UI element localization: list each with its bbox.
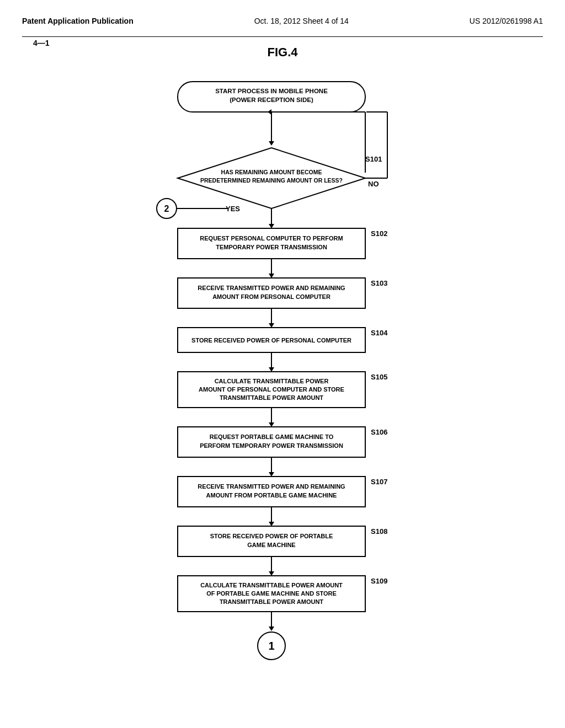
svg-marker-16 bbox=[269, 274, 274, 278]
svg-marker-19 bbox=[269, 323, 274, 328]
ref-label: 4—1 bbox=[33, 39, 50, 47]
s103-text-line2: AMOUNT FROM PERSONAL COMPUTER bbox=[212, 293, 331, 300]
s102-text-line1: REQUEST PERSONAL COMPUTER TO PERFORM bbox=[200, 235, 343, 242]
svg-marker-34 bbox=[269, 571, 274, 576]
page: Patent Application Publication Oct. 18, … bbox=[0, 0, 565, 728]
s105-text-line2: AMOUNT OF PERSONAL COMPUTER AND STORE bbox=[199, 386, 344, 393]
step-s104-label: S104 bbox=[371, 329, 388, 337]
step-s106-label: S106 bbox=[371, 428, 387, 436]
step-s108-label: S108 bbox=[371, 527, 387, 536]
s105-text-line3: TRANSMITTABLE POWER AMOUNT bbox=[220, 394, 323, 401]
no-label: NO bbox=[368, 180, 379, 188]
svg-marker-25 bbox=[269, 422, 274, 427]
step-s105-label: S105 bbox=[371, 373, 387, 381]
svg-marker-5 bbox=[269, 141, 274, 146]
s109-text-line3: TRANSMITTABLE POWER AMOUNT bbox=[220, 598, 323, 605]
step-s107-label: S107 bbox=[371, 478, 387, 486]
s107-text-line2: AMOUNT FROM PORTABLE GAME MACHINE bbox=[206, 492, 337, 499]
decision-line2: PREDETERMINED REMAINING AMOUNT OR LESS? bbox=[200, 177, 343, 184]
patent-number-label: US 2012/0261998 A1 bbox=[470, 17, 543, 25]
svg-marker-37 bbox=[269, 627, 274, 631]
connector-2: 2 bbox=[164, 204, 169, 213]
s103-text-line1: RECEIVE TRANSMITTED POWER AND REMAINING bbox=[198, 285, 345, 291]
flowchart-svg: START PROCESS IN MOBILE PHONE (POWER REC… bbox=[117, 71, 426, 694]
yes-label: YES bbox=[226, 205, 240, 213]
s102-text-line2: TEMPORARY POWER TRANSMISSION bbox=[216, 244, 327, 250]
s106-text-line2: PERFORM TEMPORARY POWER TRANSMISSION bbox=[200, 442, 343, 449]
date-sheet-label: Oct. 18, 2012 Sheet 4 of 14 bbox=[254, 17, 349, 25]
flowchart-diagram: START PROCESS IN MOBILE PHONE (POWER REC… bbox=[117, 71, 448, 696]
s106-text-line1: REQUEST PORTABLE GAME MACHINE TO bbox=[210, 433, 334, 440]
svg-marker-31 bbox=[269, 522, 274, 526]
s108-text-line1: STORE RECEIVED POWER OF PORTABLE bbox=[210, 533, 333, 539]
svg-marker-28 bbox=[269, 472, 274, 477]
s107-text-line1: RECEIVE TRANSMITTED POWER AND REMAINING bbox=[198, 483, 345, 490]
step-s101-label: S101 bbox=[365, 155, 382, 163]
step-s102-label: S102 bbox=[371, 229, 387, 238]
decision-line1: HAS REMAINING AMOUNT BECOME bbox=[221, 169, 322, 175]
figure-title: FIG.4 bbox=[22, 45, 543, 60]
s108-text-line2: GAME MACHINE bbox=[247, 542, 295, 548]
s104-text: STORE RECEIVED POWER OF PERSONAL COMPUTE… bbox=[191, 337, 351, 344]
svg-marker-22 bbox=[269, 367, 274, 372]
s109-text-line2: OF PORTABLE GAME MACHINE AND STORE bbox=[206, 590, 337, 597]
step-s109-label: S109 bbox=[371, 577, 387, 585]
svg-marker-10 bbox=[269, 224, 274, 228]
start-label-line1: START PROCESS IN MOBILE PHONE bbox=[215, 88, 328, 94]
connector-1: 1 bbox=[268, 640, 274, 652]
s105-text-line1: CALCULATE TRANSMITTABLE POWER bbox=[215, 378, 329, 384]
start-label-line2: (POWER RECEPTION SIDE) bbox=[230, 97, 313, 103]
s109-text-line1: CALCULATE TRANSMITTABLE POWER AMOUNT bbox=[200, 582, 343, 588]
page-header: Patent Application Publication Oct. 18, … bbox=[22, 11, 543, 37]
step-s103-label: S103 bbox=[371, 279, 387, 287]
publication-label: Patent Application Publication bbox=[22, 17, 134, 25]
